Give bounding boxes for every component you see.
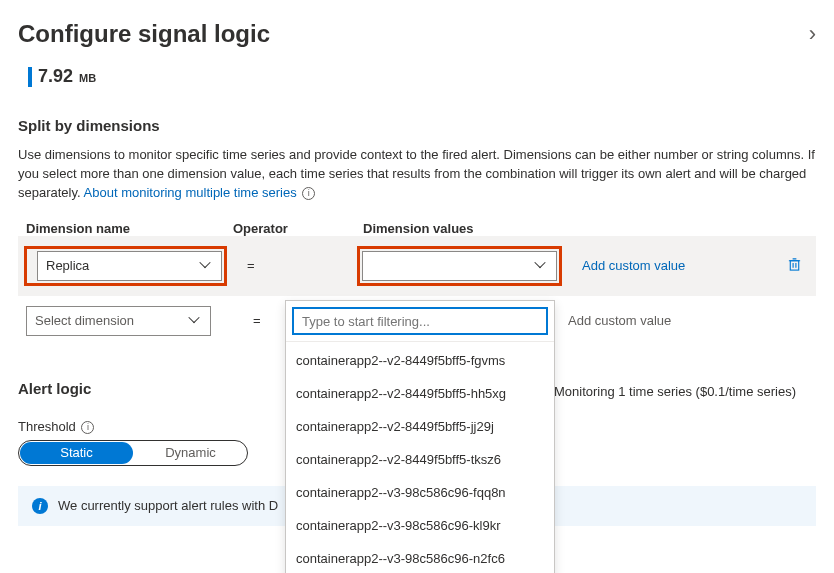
monitoring-status: Monitoring 1 time series ($0.1/time seri… — [534, 384, 796, 399]
chevron-down-icon — [536, 260, 548, 272]
dimension-name-select[interactable]: Replica — [37, 251, 222, 281]
dropdown-option[interactable]: containerapp2--v3-98c586c96-n2fc6 — [286, 542, 554, 546]
collapse-chevron-icon[interactable]: › — [809, 21, 816, 47]
threshold-toggle[interactable]: Static Dynamic — [18, 440, 248, 466]
info-icon: i — [32, 498, 48, 514]
delete-row-icon[interactable] — [787, 256, 802, 275]
dimension-columns-header: Dimension name Operator Dimension values — [18, 221, 816, 236]
dropdown-filter-input[interactable] — [292, 307, 548, 335]
add-custom-value-disabled: Add custom value — [568, 313, 671, 328]
dropdown-option[interactable]: containerapp2--v2-8449f5bff5-tksz6 — [286, 443, 554, 476]
threshold-label: Threshold — [18, 419, 76, 434]
svg-rect-0 — [790, 261, 798, 270]
dimension-values-select[interactable] — [362, 251, 557, 281]
dimension-name-value: Replica — [46, 258, 89, 273]
dimension-name-select[interactable]: Select dimension — [26, 306, 211, 336]
dimension-values-dropdown: containerapp2--v2-8449f5bff5-fgvmscontai… — [285, 300, 555, 546]
threshold-dynamic[interactable]: Dynamic — [134, 441, 247, 465]
split-heading: Split by dimensions — [18, 117, 816, 134]
col-dimension-name: Dimension name — [18, 221, 233, 236]
dropdown-option[interactable]: containerapp2--v2-8449f5bff5-fgvms — [286, 344, 554, 377]
dropdown-option[interactable]: containerapp2--v3-98c586c96-fqq8n — [286, 476, 554, 509]
chevron-down-icon — [201, 260, 213, 272]
about-link[interactable]: About monitoring multiple time series — [84, 185, 297, 200]
operator-value: = — [227, 258, 357, 273]
banner-text: We currently support alert rules with D — [58, 498, 278, 513]
col-dimension-values: Dimension values — [363, 221, 578, 236]
metric-unit: MB — [79, 72, 96, 84]
info-icon[interactable]: i — [302, 187, 315, 200]
col-operator: Operator — [233, 221, 363, 236]
metric-bar-icon — [28, 67, 32, 87]
split-description: Use dimensions to monitor specific time … — [18, 146, 816, 203]
metric-value: 7.92 — [38, 66, 73, 87]
chevron-down-icon — [190, 315, 202, 327]
dimension-row: Replica = Add custom value — [18, 236, 816, 296]
metric-summary: 7.92 MB — [18, 66, 816, 87]
dimension-name-placeholder: Select dimension — [35, 313, 134, 328]
dropdown-option[interactable]: containerapp2--v3-98c586c96-kl9kr — [286, 509, 554, 542]
info-icon[interactable]: i — [81, 421, 94, 434]
add-custom-value-link[interactable]: Add custom value — [582, 258, 685, 273]
dropdown-option[interactable]: containerapp2--v2-8449f5bff5-jj29j — [286, 410, 554, 443]
threshold-static[interactable]: Static — [20, 442, 133, 464]
page-title: Configure signal logic — [18, 20, 270, 48]
dropdown-option[interactable]: containerapp2--v2-8449f5bff5-hh5xg — [286, 377, 554, 410]
